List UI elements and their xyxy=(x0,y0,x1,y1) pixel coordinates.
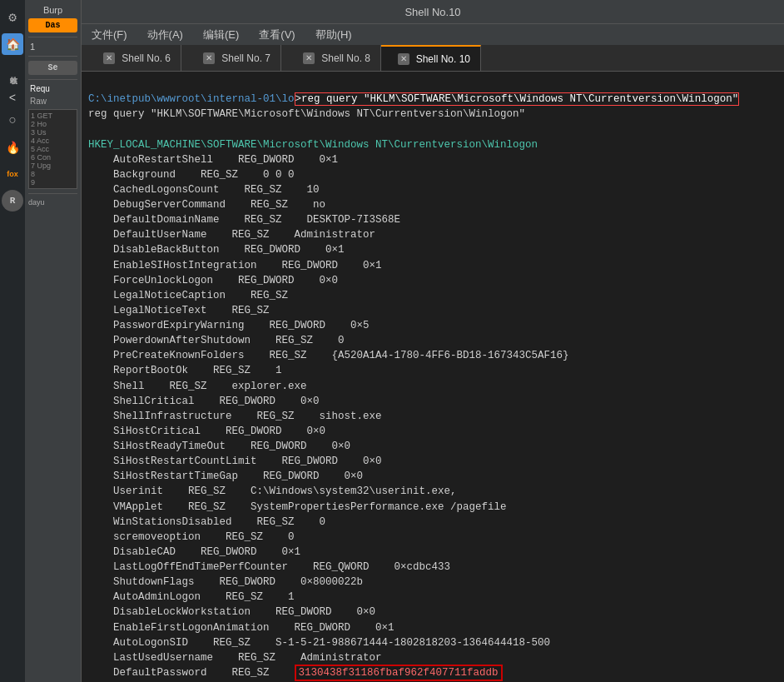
tab-shell-6[interactable]: ✕ Shell No. 6 xyxy=(82,45,181,71)
prompt-text: C:\inetpub\wwwroot\internal-01\lo xyxy=(88,93,295,105)
burp-sidebar: Burp Das 1 Se Requ Raw 1 GET 2 Ho 3 Us 4… xyxy=(25,0,82,682)
menu-action[interactable]: 动作(A) xyxy=(144,26,186,44)
burp-search-btn[interactable]: Se xyxy=(28,61,77,75)
back-arrow[interactable]: < xyxy=(7,87,17,110)
dayu-label: dayu xyxy=(27,197,79,208)
tab-close-6[interactable]: ✕ xyxy=(103,52,115,64)
divider-4 xyxy=(28,193,77,194)
home-icon[interactable]: 🏠 xyxy=(2,33,23,55)
burp-raw[interactable]: Raw xyxy=(27,95,79,107)
search-circle[interactable]: ○ xyxy=(2,110,23,132)
menu-file[interactable]: 文件(F) xyxy=(88,26,131,44)
main-shell: Shell No.10 文件(F) 动作(A) 编辑(E) 查看(V) 帮助(H… xyxy=(82,0,784,682)
burp-requ[interactable]: Requ xyxy=(27,82,79,95)
tab-label-10: Shell No. 10 xyxy=(416,53,470,65)
tab-label-6: Shell No. 6 xyxy=(122,52,171,64)
reg-key-line: HKEY_LOCAL_MACHINE\SOFTWARE\Microsoft\Wi… xyxy=(88,139,538,151)
fox-icon[interactable]: fox xyxy=(2,163,23,185)
divider-2 xyxy=(28,56,77,57)
num-list: 1 GET 2 Ho 3 Us 4 Acc 5 Acc 6 Con 7 Upg … xyxy=(31,112,75,187)
tabs-bar: ✕ Shell No. 6 ✕ Shell No. 7 ✕ Shell No. … xyxy=(82,45,784,72)
left-app-bar: ⚙ 🏠 收站 < ○ 🔥 fox R xyxy=(0,0,25,682)
entries-block: AutoRestartShell REG_DWORD 0×1 Backgroun… xyxy=(88,154,569,664)
burp-num-1: 1 xyxy=(27,40,79,53)
terminal-output[interactable]: C:\inetpub\wwwroot\internal-01\lo>reg qu… xyxy=(82,72,784,682)
collect-icon[interactable]: 收站 xyxy=(2,60,23,82)
tab-shell-10[interactable]: ✕ Shell No. 10 xyxy=(381,45,481,71)
request-area: 1 GET 2 Ho 3 Us 4 Acc 5 Acc 6 Con 7 Upg … xyxy=(28,109,77,189)
tab-close-7[interactable]: ✕ xyxy=(203,52,215,64)
divider-1 xyxy=(28,37,77,37)
tab-shell-7[interactable]: ✕ Shell No. 7 xyxy=(181,45,281,71)
default-password-line: DefaultPassword REG_SZ 3130438f31186fbaf… xyxy=(88,665,503,681)
prompt-line: C:\inetpub\wwwroot\internal-01\lo>reg qu… xyxy=(88,92,739,106)
title-text: Shell No.10 xyxy=(404,6,460,18)
tab-close-10[interactable]: ✕ xyxy=(398,53,409,65)
tab-label-8: Shell No. 8 xyxy=(321,52,370,64)
command-text: >reg query "HKLM\SOFTWARE\Microsoft\Wind… xyxy=(295,92,740,106)
menu-bar: 文件(F) 动作(A) 编辑(E) 查看(V) 帮助(H) xyxy=(82,23,784,45)
divider-3 xyxy=(28,79,77,80)
burp-dash-btn[interactable]: Das xyxy=(28,18,77,32)
r-icon[interactable]: R xyxy=(2,190,23,212)
burp-title: Burp xyxy=(27,3,79,17)
title-bar: Shell No.10 xyxy=(82,0,784,23)
menu-edit[interactable]: 编辑(E) xyxy=(200,26,242,44)
menu-help[interactable]: 帮助(H) xyxy=(312,26,355,44)
password-value: 3130438f31186fbaf962f407711faddb xyxy=(295,665,503,681)
fire-icon[interactable]: 🔥 xyxy=(2,137,23,158)
echo-line: reg query "HKLM\SOFTWARE\Microsoft\Windo… xyxy=(88,108,525,120)
tab-close-8[interactable]: ✕ xyxy=(303,52,315,64)
tab-shell-8[interactable]: ✕ Shell No. 8 xyxy=(281,45,381,71)
gear-icon[interactable]: ⚙ xyxy=(2,7,23,28)
tab-label-7: Shell No. 7 xyxy=(221,52,270,64)
menu-view[interactable]: 查看(V) xyxy=(256,26,298,44)
